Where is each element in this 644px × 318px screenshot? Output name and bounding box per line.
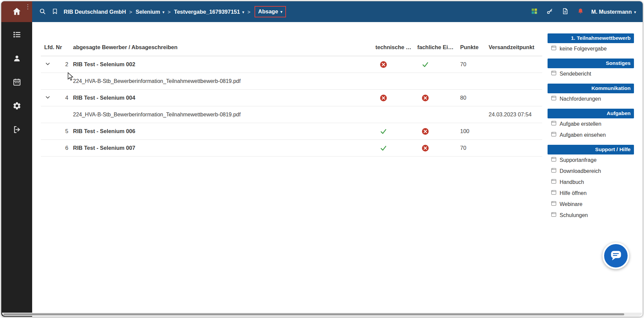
- panel-item-webinare[interactable]: Webinare: [548, 199, 634, 210]
- attachment-filename[interactable]: 224_HVA-B-Stb_Bewerberinformation_Teilna…: [73, 112, 375, 118]
- panel-group-title: Aufgaben: [548, 109, 634, 118]
- fachliche-eignung-status: [417, 94, 460, 102]
- panel-item-supportanfrage[interactable]: Supportanfrage: [548, 154, 634, 166]
- key-icon: [546, 8, 553, 16]
- user-menu[interactable]: M. Mustermann ▾: [591, 9, 636, 15]
- horizontal-scrollbar: [2, 313, 642, 316]
- punkte-value: 100: [460, 128, 489, 134]
- panel-item-label: Nachforderungen: [560, 96, 601, 102]
- chevron-down-icon: ▾: [634, 10, 636, 14]
- col-header-punkte[interactable]: Punkte: [460, 44, 489, 50]
- panel-item-downloadbereich[interactable]: Downloadbereich: [548, 166, 634, 177]
- document-button[interactable]: [560, 6, 570, 17]
- row-expander-button[interactable]: [44, 61, 51, 69]
- sidebar-item-contacts[interactable]: [9, 51, 24, 67]
- fail-icon: [422, 128, 429, 135]
- chevron-down-icon: [45, 95, 51, 101]
- breadcrumb-item-selenium[interactable]: Selenium ▾: [136, 9, 164, 15]
- apps-button[interactable]: [529, 6, 539, 17]
- panel-item-aufgaben-einsehen[interactable]: Aufgaben einsehen: [548, 129, 634, 140]
- panel-item-keine-folgevergabe[interactable]: keine Folgevergabe: [548, 43, 634, 54]
- breadcrumb-item-testvergabe[interactable]: Testvergabe_1679397151 ▾: [174, 9, 244, 15]
- attachment-filename[interactable]: 224_HVA-B-Stb_Bewerberinformation_Teilna…: [73, 78, 375, 84]
- panel-group-support-hilfe: Support / Hilfe Supportanfrage Downloadb…: [548, 145, 634, 221]
- panel-item-aufgabe-erstellen[interactable]: Aufgabe erstellen: [548, 118, 634, 129]
- table-row[interactable]: 4 RIB Test - Selenium 004 80: [41, 90, 542, 106]
- technische-eignung-status: [375, 94, 417, 102]
- panel-item-schulungen[interactable]: Schulungen: [548, 210, 634, 221]
- fachliche-eignung-status: [417, 128, 460, 135]
- module-icon: [551, 168, 557, 175]
- panel-group-title: Support / Hilfe: [548, 145, 634, 154]
- bookmark-icon: [52, 8, 58, 16]
- col-header-versandzeitpunkt[interactable]: Versandzeitpunkt: [489, 44, 542, 50]
- breadcrumb-separator: >: [129, 9, 132, 15]
- fachliche-eignung-status: [417, 144, 460, 152]
- key-button[interactable]: [545, 6, 555, 17]
- breadcrumb-label: RIB Deutschland GmbH: [64, 9, 126, 15]
- breadcrumb-label: Testvergabe_1679397151: [174, 9, 240, 15]
- panel-item-handbuch[interactable]: Handbuch: [548, 177, 634, 188]
- bidder-name: RIB Test - Selenium 007: [73, 145, 375, 151]
- panel-item-label: Webinare: [560, 201, 582, 207]
- panel-group-kommunikation: Kommunikation Nachforderungen: [548, 84, 634, 104]
- document-icon: [562, 8, 569, 16]
- panel-item-sendebericht[interactable]: Sendebericht: [548, 68, 634, 79]
- bidder-name: RIB Test - Selenium 004: [73, 95, 375, 101]
- breadcrumb-label: Selenium: [136, 9, 160, 15]
- settings-icon: [12, 101, 21, 111]
- sidebar-nav: [9, 27, 24, 138]
- row-number: 5: [65, 128, 68, 134]
- panel-item-label: Aufgaben einsehen: [560, 132, 606, 138]
- panel-item-label: Supportanfrage: [560, 157, 596, 163]
- chevron-down-icon: ▾: [280, 9, 282, 14]
- breadcrumb: RIB Deutschland GmbH > Selenium ▾ > Test…: [64, 6, 286, 17]
- check-icon: [380, 144, 387, 152]
- panel-group-teilnahmewettbewerb: 1. Teilnahmewettbewerb keine Folgevergab…: [548, 33, 634, 54]
- search-button[interactable]: [38, 6, 48, 17]
- home-icon: [12, 6, 22, 17]
- technische-eignung-status: [375, 128, 417, 135]
- module-icon: [551, 179, 557, 186]
- notifications-button[interactable]: [576, 6, 585, 17]
- panel-item-nachforderungen[interactable]: Nachforderungen: [548, 93, 634, 104]
- fail-icon: [380, 61, 387, 68]
- row-expander-button[interactable]: [44, 94, 51, 102]
- panel-item-label: Hilfe öffnen: [560, 190, 587, 196]
- table-row[interactable]: 5 RIB Test - Selenium 006 100: [41, 123, 542, 140]
- technische-eignung-status: [375, 61, 417, 68]
- attachment-row[interactable]: 224_HVA-B-Stb_Bewerberinformation_Teilna…: [41, 106, 542, 123]
- topbar-right-actions: M. Mustermann ▾: [529, 6, 636, 17]
- col-header-fachliche-eignung[interactable]: fachliche Ei…: [417, 44, 460, 50]
- chevron-down-icon: ▾: [242, 10, 244, 14]
- table-row[interactable]: 6 RIB Test - Selenium 007 70: [41, 140, 542, 156]
- table-header-row: Lfd. Nr abgesagte Bewerber / Absageschre…: [41, 39, 542, 56]
- row-number: 6: [65, 145, 68, 151]
- col-header-technische-eignung[interactable]: technische …: [375, 44, 417, 50]
- content: Lfd. Nr abgesagte Bewerber / Absageschre…: [32, 22, 643, 317]
- col-header-bewerber[interactable]: abgesagte Bewerber / Absageschreiben: [73, 44, 375, 50]
- left-sidebar: ⋮: [1, 1, 32, 317]
- sidebar-grip-icon: ⋮: [25, 4, 31, 10]
- panel-item-label: Aufgabe erstellen: [560, 121, 601, 127]
- panel-item-hilfe-oeffnen[interactable]: Hilfe öffnen: [548, 188, 634, 199]
- attachment-row[interactable]: 224_HVA-B-Stb_Bewerberinformation_Teilna…: [41, 73, 542, 90]
- chat-support-button[interactable]: [602, 242, 629, 269]
- sidebar-item-settings[interactable]: [9, 99, 24, 114]
- breadcrumb-item-company[interactable]: RIB Deutschland GmbH: [64, 9, 126, 15]
- bookmark-button[interactable]: [50, 7, 60, 17]
- check-icon: [422, 61, 429, 68]
- table-row[interactable]: 2 RIB Test - Selenium 002 70: [41, 56, 542, 73]
- module-icon: [551, 190, 557, 197]
- sidebar-item-list[interactable]: [9, 27, 24, 43]
- module-icon: [551, 212, 557, 219]
- horizontal-scrollbar-thumb[interactable]: [3, 313, 624, 315]
- calendar-icon: [12, 78, 21, 88]
- breadcrumb-item-absage[interactable]: Absage ▾: [255, 6, 286, 17]
- notifications-bell-icon: [577, 8, 584, 16]
- sidebar-item-calendar[interactable]: [9, 75, 24, 90]
- fail-icon: [380, 94, 387, 102]
- col-header-lfd-nr[interactable]: Lfd. Nr: [41, 44, 73, 50]
- sidebar-item-logout[interactable]: [9, 122, 24, 138]
- punkte-value: 80: [460, 95, 489, 101]
